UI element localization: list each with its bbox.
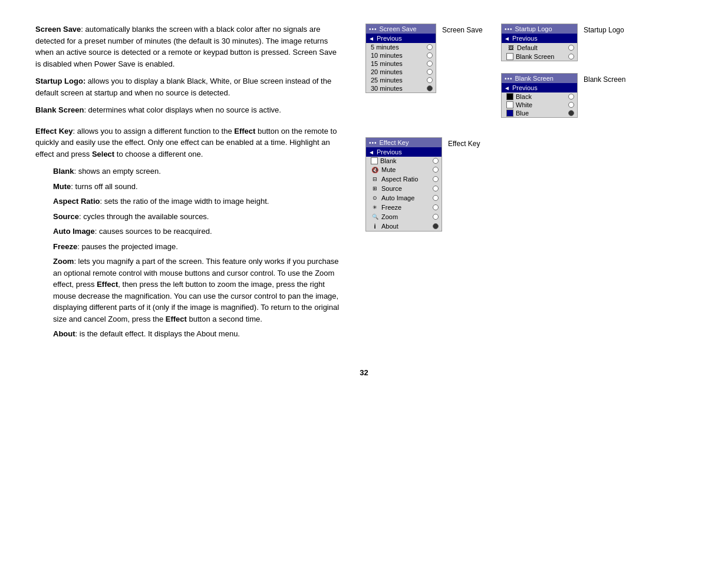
screen-save-arrow: ◄ <box>368 35 374 42</box>
radio-10min <box>427 52 433 58</box>
radio-25min <box>427 77 433 83</box>
effect-key-selected: Previous <box>377 148 402 156</box>
auto-image-term: Auto Image <box>53 227 95 236</box>
blank-screen-selected: Previous <box>512 84 538 91</box>
page-number: 32 <box>35 368 693 377</box>
blank-item-term: Blank <box>53 167 74 176</box>
blank-screen-white[interactable]: White <box>502 101 577 109</box>
auto-icon: ⊙ <box>371 194 379 202</box>
about-item: About: is the default effect. It display… <box>53 328 342 340</box>
effect-source[interactable]: ⊞ Source <box>366 184 442 193</box>
radio-eff-about <box>433 223 439 229</box>
effect-key-previous[interactable]: ◄ Previous <box>366 147 442 157</box>
auto-image-item: Auto Image: causes sources to be reacqui… <box>53 226 342 237</box>
effect-blank[interactable]: Blank <box>366 157 442 165</box>
startup-logo-group: ••• Startup Logo ◄ Previous 🖼 Default <box>501 24 631 61</box>
screen-save-25min[interactable]: 25 minutes <box>366 76 436 84</box>
blank-screen-arrow: ◄ <box>504 85 510 91</box>
source-icon: ⊞ <box>371 184 379 193</box>
screen-save-30min[interactable]: 30 minutes <box>366 84 436 92</box>
screen-save-5min[interactable]: 5 minutes <box>366 43 436 51</box>
screen-save-title-bar: ••• Screen Save <box>366 24 436 34</box>
startup-logo-title: Startup Logo <box>515 25 552 32</box>
blank-screen-previous[interactable]: ◄ Previous <box>502 83 577 92</box>
startup-logo-default[interactable]: 🖼 Default <box>502 43 577 52</box>
about-text: : is the default effect. It displays the… <box>75 329 240 338</box>
screen-save-selected: Previous <box>377 35 402 42</box>
freeze-text: : pauses the projected image. <box>77 242 178 251</box>
content-area: Screen Save: automatically blanks the sc… <box>35 24 693 345</box>
freeze-icon: ✳ <box>371 203 379 211</box>
radio-default <box>568 45 574 51</box>
blank-screen-black[interactable]: Black <box>502 92 577 101</box>
zoom-effect-bold: Effect <box>97 280 118 289</box>
freeze-item: Freeze: pauses the projected image. <box>53 241 342 253</box>
effect-key-text: : allows you to assign a different funct… <box>73 127 235 135</box>
indent-list: Blank: shows an empty screen. Mute: turn… <box>35 166 342 340</box>
page-container: Screen Save: automatically blanks the sc… <box>0 0 728 562</box>
default-icon: 🖼 <box>506 44 515 52</box>
effect-aspect[interactable]: ⊟ Aspect Ratio <box>366 174 442 184</box>
startup-logo-term: Startup Logo: <box>35 77 85 85</box>
source-item-term: Source <box>53 212 79 221</box>
radio-black <box>568 94 574 100</box>
effect-about[interactable]: i About <box>366 222 442 231</box>
screen-save-15min[interactable]: 15 minutes <box>366 59 436 68</box>
effect-key-dots: ••• <box>369 140 377 146</box>
startup-logo-previous[interactable]: ◄ Previous <box>502 34 577 43</box>
blank-screen-group: ••• Blank Screen ◄ Previous Black <box>501 73 631 118</box>
effect-key-arrow: ◄ <box>368 149 374 156</box>
lower-menus: ••• Effect Key ◄ Previous Blank <box>365 137 693 236</box>
startup-logo-arrow: ◄ <box>504 35 510 42</box>
startup-logo-blank[interactable]: Blank Screen <box>502 52 577 61</box>
zoom-item: Zoom: lets you magnify a part of the scr… <box>53 256 342 325</box>
screen-save-label: Screen Save <box>442 24 489 34</box>
zoom-icon: 🔍 <box>371 213 379 221</box>
aspect-item: Aspect Ratio: sets the ratio of the imag… <box>53 196 342 207</box>
radio-eff-source <box>433 186 439 191</box>
aspect-icon: ⊟ <box>371 175 379 183</box>
effect-freeze[interactable]: ✳ Freeze <box>366 203 442 212</box>
startup-logo-label: Startup Logo <box>584 24 631 34</box>
radio-white <box>568 102 574 108</box>
effect-key-title-bar: ••• Effect Key <box>366 138 442 147</box>
screen-save-10min[interactable]: 10 minutes <box>366 51 436 59</box>
screen-save-20min[interactable]: 20 minutes <box>366 68 436 76</box>
black-swatch <box>506 93 513 100</box>
radio-5min <box>427 44 433 50</box>
effect-key-term: Effect Key <box>35 127 73 135</box>
blank-screen-label: Blank Screen <box>584 73 631 84</box>
effect-zoom[interactable]: 🔍 Zoom <box>366 212 442 222</box>
startup-logo-menu: ••• Startup Logo ◄ Previous 🖼 Default <box>501 24 578 61</box>
effect-mute[interactable]: 🔇 Mute <box>366 165 442 174</box>
effect-bold: Effect <box>234 127 255 135</box>
effect-key-text3: to choose a different one. <box>114 150 203 158</box>
screen-save-previous[interactable]: ◄ Previous <box>366 34 436 43</box>
screen-save-para: Screen Save: automatically blanks the sc… <box>35 24 342 70</box>
screen-save-text: : automatically blanks the screen with a… <box>35 25 337 68</box>
mute-item: Mute: turns off all sound. <box>53 181 342 193</box>
screen-save-title: Screen Save <box>380 25 417 32</box>
blank-item: Blank: shows an empty screen. <box>53 166 342 177</box>
screen-save-menu: ••• Screen Save ◄ Previous 5 minutes <box>365 24 436 93</box>
startup-logo-selected: Previous <box>512 35 538 42</box>
blank-screen-blue[interactable]: Blue <box>502 109 577 117</box>
blank-icon <box>371 157 378 164</box>
radio-15min <box>427 61 433 67</box>
startup-logo-title-bar: ••• Startup Logo <box>502 24 577 34</box>
freeze-term: Freeze <box>53 242 77 251</box>
about-term: About <box>53 329 75 338</box>
screen-save-term: Screen Save <box>35 25 81 34</box>
blank-screen-term: Blank Screen <box>35 105 84 114</box>
radio-eff-zoom <box>433 214 439 220</box>
radio-30min <box>427 85 433 91</box>
radio-eff-auto <box>433 195 439 201</box>
blank-screen-dots: ••• <box>505 75 513 82</box>
blank-swatch <box>506 53 513 60</box>
effect-key-group: ••• Effect Key ◄ Previous Blank <box>365 137 495 232</box>
blank-screen-para: Blank Screen: determines what color disp… <box>35 104 342 116</box>
blank-item-text: : shows an empty screen. <box>74 167 160 176</box>
effect-auto[interactable]: ⊙ Auto Image <box>366 193 442 203</box>
text-column: Screen Save: automatically blanks the sc… <box>35 24 342 345</box>
blank-screen-title-bar: ••• Blank Screen <box>502 74 577 83</box>
